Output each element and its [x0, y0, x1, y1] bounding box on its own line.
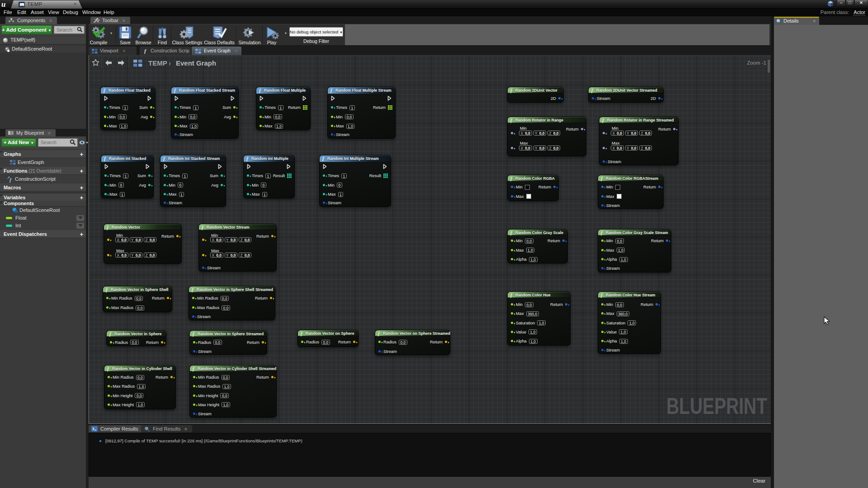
- svg-text:i: i: [778, 19, 779, 23]
